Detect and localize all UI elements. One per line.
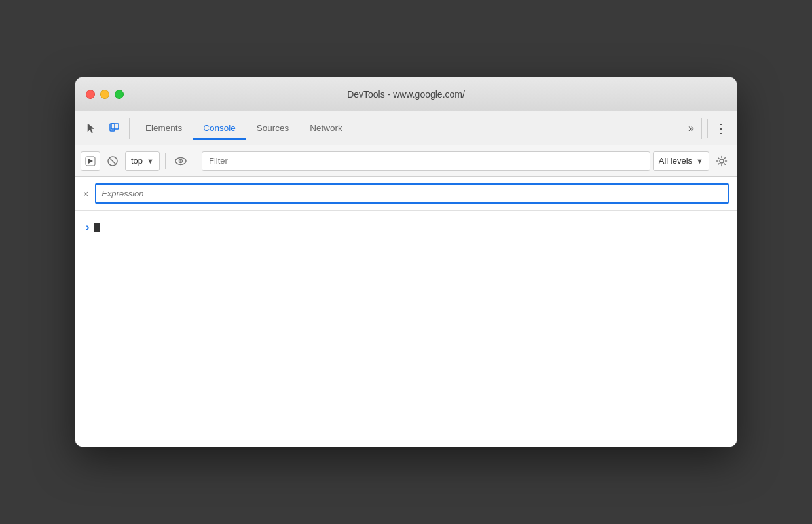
expression-row: × (75, 177, 737, 211)
expression-close-button[interactable]: × (83, 189, 88, 199)
svg-point-9 (180, 160, 181, 162)
prompt-chevron-icon: › (86, 221, 89, 233)
toolbar-icons (81, 118, 130, 139)
traffic-lights (86, 90, 124, 99)
live-expression-icon[interactable] (171, 151, 191, 171)
console-settings-icon[interactable] (712, 151, 731, 171)
tab-sources[interactable]: Sources (246, 118, 300, 140)
select-element-icon[interactable] (81, 118, 101, 139)
log-levels-selector[interactable]: All levels ▼ (653, 151, 709, 171)
context-value: top (131, 156, 143, 166)
run-script-icon[interactable] (81, 151, 100, 171)
context-selector[interactable]: top ▼ (125, 151, 160, 171)
filter-input[interactable] (202, 151, 650, 171)
levels-label: All levels (659, 156, 692, 166)
tab-elements[interactable]: Elements (135, 118, 193, 140)
device-toggle-icon[interactable] (103, 118, 124, 139)
clear-console-icon[interactable] (103, 151, 122, 171)
tab-network[interactable]: Network (299, 118, 353, 140)
tab-console[interactable]: Console (193, 118, 246, 140)
console-toolbar: top ▼ All levels ▼ (75, 145, 737, 177)
close-button[interactable] (86, 90, 95, 99)
svg-line-6 (109, 158, 116, 164)
svg-point-2 (112, 129, 113, 130)
window-title: DevTools - www.google.com/ (347, 89, 465, 100)
svg-marker-4 (88, 159, 93, 164)
divider (707, 119, 708, 138)
tabs-bar: Elements Console Sources Network » ⋮ (75, 111, 737, 145)
levels-arrow-icon: ▼ (696, 157, 703, 165)
context-arrow-icon: ▼ (147, 157, 154, 165)
minimize-button[interactable] (100, 90, 109, 99)
title-bar: DevTools - www.google.com/ (75, 77, 737, 111)
toolbar-divider (165, 153, 166, 169)
console-output: › (75, 211, 737, 447)
devtools-window: DevTools - www.google.com/ Elements Cons… (75, 77, 737, 447)
svg-point-10 (720, 159, 724, 163)
console-cursor[interactable] (94, 223, 100, 232)
console-prompt: › (86, 219, 726, 236)
more-tabs-button[interactable]: » (681, 118, 702, 139)
toolbar-divider-2 (196, 153, 196, 169)
devtools-menu-button[interactable]: ⋮ (710, 118, 731, 139)
console-main: × › (75, 177, 737, 447)
maximize-button[interactable] (115, 90, 124, 99)
expression-input[interactable] (95, 183, 729, 204)
